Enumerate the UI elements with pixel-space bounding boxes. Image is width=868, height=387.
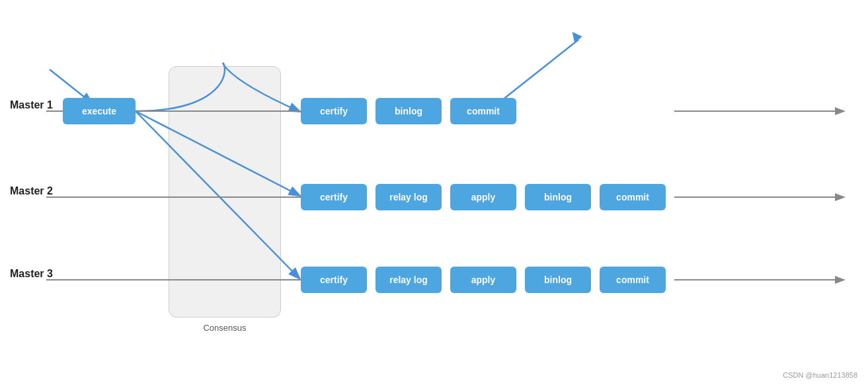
- master1-hline-left: [46, 110, 64, 112]
- consensus-label: Consensus: [169, 323, 281, 333]
- relaylog3-box: relay log: [375, 267, 442, 293]
- svg-line-3: [499, 40, 578, 103]
- execute-box: execute: [63, 98, 136, 124]
- diagram-container: Consensus: [0, 0, 868, 387]
- commit3-box: commit: [600, 267, 666, 293]
- certify1-box: certify: [301, 98, 367, 124]
- master1-label: Master 1: [10, 99, 53, 111]
- apply3-box: apply: [450, 267, 516, 293]
- binlog3-box: binlog: [525, 267, 591, 293]
- watermark: CSDN @huan1213858: [783, 371, 857, 379]
- binlog1-box: binlog: [375, 98, 442, 124]
- master3-label: Master 3: [10, 268, 53, 280]
- master3-hline-left: [46, 279, 301, 280]
- commit1-box: commit: [450, 98, 516, 124]
- certify2-box: certify: [301, 184, 367, 210]
- certify3-box: certify: [301, 267, 367, 293]
- relaylog2-box: relay log: [375, 184, 442, 210]
- master2-hline-left: [46, 196, 301, 198]
- apply2-box: apply: [450, 184, 516, 210]
- master1-hline-mid: [136, 110, 301, 112]
- master2-label: Master 2: [10, 185, 53, 197]
- commit2-box: commit: [600, 184, 666, 210]
- binlog2-box: binlog: [525, 184, 591, 210]
